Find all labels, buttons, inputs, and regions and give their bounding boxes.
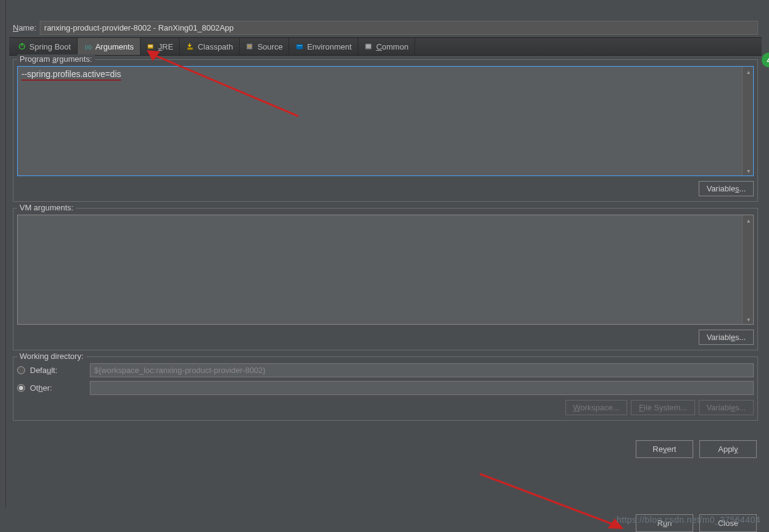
tab-label: Common [376,42,408,51]
classpath-icon [186,42,194,51]
tab-label: Arguments [95,42,134,51]
svg-rect-13 [366,47,371,48]
tab-label: Source [257,42,282,51]
tab-label: JRE [158,42,174,51]
scroll-down-icon[interactable]: ▾ [743,166,754,175]
group-legend: Working directory: [17,352,86,361]
svg-rect-6 [188,48,193,50]
tab-spring-boot[interactable]: Spring Boot [12,38,78,55]
run-config-panel: Name: Spring Boot (x)= Arguments JRE C [9,18,762,514]
power-icon [18,42,26,51]
svg-marker-15 [608,519,624,529]
tab-label: Spring Boot [29,42,71,51]
scroll-down-icon[interactable]: ▾ [743,314,754,324]
group-legend: Program arguments: [17,54,95,64]
run-button[interactable]: Run [636,514,693,532]
name-input[interactable] [40,21,758,35]
scroll-up-icon[interactable]: ▴ [743,67,754,76]
program-arguments-group: Program arguments: ▴ ▾ --spring.profiles… [13,59,758,202]
scroll-up-icon[interactable]: ▴ [743,215,754,225]
footer-button-row: Run Close [636,514,757,532]
vm-arguments-group: VM arguments: ▴ ▾ Variables... [13,208,758,350]
tab-environment[interactable]: Environment [289,38,358,55]
vm-args-field[interactable] [18,215,742,322]
svg-rect-5 [148,46,152,47]
tab-content: Program arguments: ▴ ▾ --spring.profiles… [9,56,762,430]
tab-label: Classpath [197,42,233,51]
name-row: Name: [9,18,762,37]
jre-icon [147,42,155,51]
working-directory-group: Working directory: Default: Other: Works… [13,357,758,421]
workspace-button[interactable]: Workspace... [565,400,628,415]
env-icon [295,42,304,51]
default-radio[interactable] [17,366,25,374]
vm-args-variables-button[interactable]: Variables... [699,330,754,345]
vm-args-field-wrap: ▴ ▾ [17,215,754,325]
apply-button[interactable]: Apply [699,440,757,458]
group-legend: VM arguments: [17,203,76,212]
program-args-variables-button[interactable]: Variables... [699,181,754,196]
svg-text:(x)=: (x)= [85,44,92,50]
tab-classpath[interactable]: Classpath [180,38,240,55]
other-dir-field[interactable] [90,381,754,395]
bottom-button-row: Revert Apply [9,430,762,462]
common-icon [364,42,373,51]
default-label[interactable]: Default: [30,366,85,375]
workdir-variables-button[interactable]: Variables... [699,400,754,415]
svg-rect-9 [297,45,303,46]
scrollbar[interactable]: ▴ ▾ [742,215,753,324]
tab-jre[interactable]: JRE [141,38,180,55]
file-system-button[interactable]: File System... [631,400,695,415]
close-button[interactable]: Close [699,514,757,532]
tab-common[interactable]: Common [358,38,415,55]
svg-rect-12 [366,46,371,46]
tab-arguments[interactable]: (x)= Arguments [78,38,141,55]
other-dir-row: Other: [17,381,754,395]
tab-source[interactable]: Source [240,38,289,55]
name-label: Name: [13,23,36,32]
scrollbar[interactable]: ▴ ▾ [742,67,753,175]
program-args-field-wrap: ▴ ▾ --spring.profiles.active=dis [17,66,754,176]
revert-button[interactable]: Revert [636,440,693,458]
svg-rect-11 [366,45,371,45]
tabs-bar: Spring Boot (x)= Arguments JRE Classpath… [9,37,762,56]
tab-label: Environment [307,42,351,51]
source-icon [246,42,254,51]
other-label[interactable]: Other: [30,383,85,393]
svg-rect-8 [296,45,303,50]
svg-rect-4 [148,45,152,46]
args-icon: (x)= [84,42,92,51]
default-dir-field [90,363,754,377]
program-args-field[interactable] [18,67,742,174]
badge: 4 [762,53,769,67]
default-dir-row: Default: [17,363,754,377]
other-radio[interactable] [17,384,25,392]
